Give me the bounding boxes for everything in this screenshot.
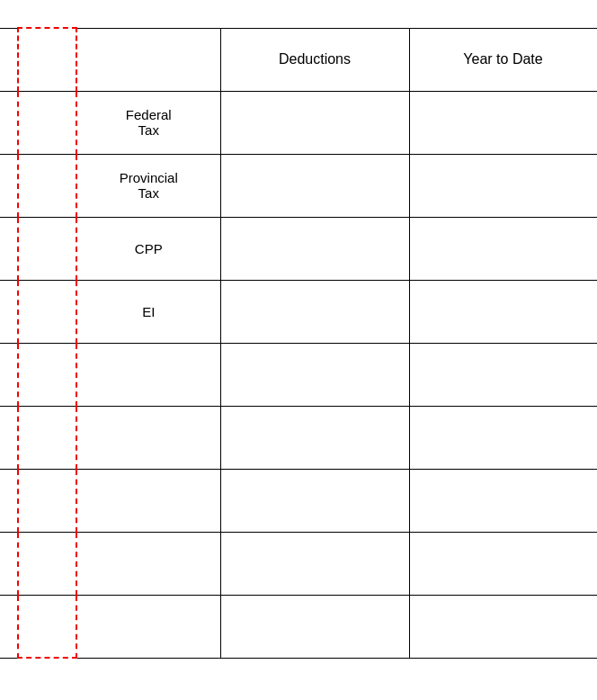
cell-r1-c1 [18, 91, 76, 154]
header-col1 [18, 28, 76, 91]
cell-r8-ytd [409, 532, 597, 595]
table-row: FederalTax [0, 91, 597, 154]
cell-r6-deductions [220, 406, 409, 469]
cell-r9-deductions [220, 595, 409, 658]
cell-r9-c0 [0, 595, 18, 658]
cell-r4-ytd [409, 280, 597, 343]
cell-r1-c0 [0, 91, 18, 154]
cell-r3-c1 [18, 217, 76, 280]
cell-r5-c1 [18, 343, 76, 406]
cell-r3-c0 [0, 217, 18, 280]
cell-r9-c1 [18, 595, 76, 658]
table-row [0, 532, 597, 595]
cell-federal-tax-label: FederalTax [76, 91, 220, 154]
cell-provincial-tax-label: ProvincialTax [76, 154, 220, 217]
header-col2 [76, 28, 220, 91]
cell-r7-c0 [0, 469, 18, 532]
cell-r8-deductions [220, 532, 409, 595]
cell-r6-label [76, 406, 220, 469]
cell-r1-ytd [409, 91, 597, 154]
cell-r2-c0 [0, 154, 18, 217]
header-deductions: Deductions [220, 28, 409, 91]
cell-r7-ytd [409, 469, 597, 532]
cell-r6-c1 [18, 406, 76, 469]
cell-r5-c0 [0, 343, 18, 406]
table-row [0, 406, 597, 469]
cell-r7-deductions [220, 469, 409, 532]
cell-r2-ytd [409, 154, 597, 217]
header-col0 [0, 28, 18, 91]
table-row [0, 343, 597, 406]
cell-r9-ytd [409, 595, 597, 658]
header-year-to-date: Year to Date [409, 28, 597, 91]
cell-r6-ytd [409, 406, 597, 469]
cell-r5-deductions [220, 343, 409, 406]
cell-r8-label [76, 532, 220, 595]
cell-r7-label [76, 469, 220, 532]
table-header-row: Deductions Year to Date [0, 28, 597, 91]
cell-ei-label: EI [76, 280, 220, 343]
cell-r1-deductions [220, 91, 409, 154]
cell-r7-c1 [18, 469, 76, 532]
cell-r3-deductions [220, 217, 409, 280]
cell-r8-c0 [0, 532, 18, 595]
cell-r4-deductions [220, 280, 409, 343]
table-row: ProvincialTax [0, 154, 597, 217]
table-row [0, 469, 597, 532]
cell-r5-label [76, 343, 220, 406]
payroll-table: Deductions Year to Date FederalTax P [0, 27, 597, 659]
cell-r2-c1 [18, 154, 76, 217]
cell-r4-c1 [18, 280, 76, 343]
cell-r4-c0 [0, 280, 18, 343]
table-row: CPP [0, 217, 597, 280]
table-row [0, 595, 597, 658]
cell-r8-c1 [18, 532, 76, 595]
table-container: Deductions Year to Date FederalTax P [0, 27, 597, 659]
cell-r5-ytd [409, 343, 597, 406]
cell-cpp-label: CPP [76, 217, 220, 280]
cell-r6-c0 [0, 406, 18, 469]
cell-r9-label [76, 595, 220, 658]
table-row: EI [0, 280, 597, 343]
cell-r3-ytd [409, 217, 597, 280]
page-wrapper: Deductions Year to Date FederalTax P [0, 0, 597, 700]
cell-r2-deductions [220, 154, 409, 217]
